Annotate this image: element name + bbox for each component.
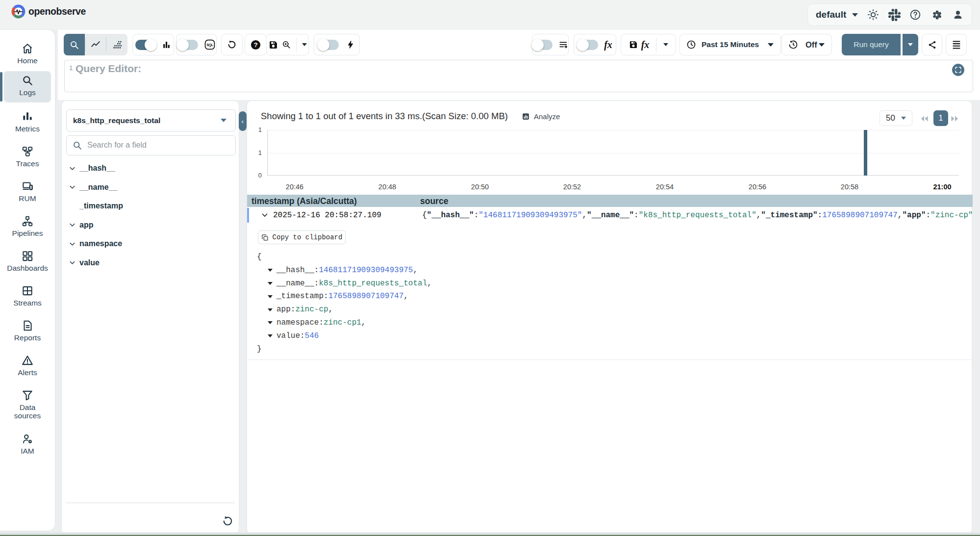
svg-text:SQL: SQL (206, 43, 214, 47)
svg-text:?: ? (253, 41, 257, 49)
